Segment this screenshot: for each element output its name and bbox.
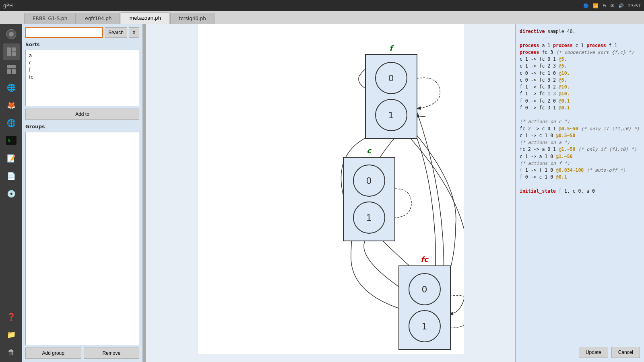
trash-icon-btn[interactable]: 🗑 (3, 343, 20, 360)
firefox-icon-btn[interactable]: 🦊 (3, 97, 20, 113)
groups-list (25, 132, 139, 345)
bottom-buttons: Add group Remove (25, 348, 139, 359)
tab-erbb[interactable]: ERBB_G1-S.ph (24, 13, 76, 24)
directive-keyword: directive (520, 29, 545, 34)
lang-indicator: Fr (603, 3, 607, 8)
terminal-icon-btn[interactable]: $_ (3, 132, 20, 149)
sort-item-fc[interactable]: fc (27, 74, 137, 81)
volume-icon: 🔊 (618, 3, 624, 8)
canvas-scroll[interactable]: f 0 1 c 0 1 fc 0 1 (146, 24, 515, 362)
panel-icon-btn[interactable] (3, 43, 20, 60)
remove-button[interactable]: Remove (84, 348, 140, 359)
settings-icon-btn[interactable] (3, 26, 20, 43)
add-group-button[interactable]: Add group (25, 348, 81, 359)
wifi-icon: 📶 (593, 3, 599, 8)
fc-node-box[interactable]: fc 0 1 (398, 265, 451, 350)
tab-metazoan[interactable]: metazoan.ph (121, 12, 169, 24)
code-footer: Update Cancel (520, 343, 640, 358)
search-button[interactable]: Search (105, 27, 127, 38)
c-node-label: c (367, 146, 371, 155)
fc1-circle[interactable]: 1 (409, 310, 441, 342)
left-panel: Search X Sorts a c f fc Add to Groups Ad… (22, 24, 143, 362)
process-kw-3: process (586, 43, 606, 48)
tab-egfr[interactable]: egfr104.ph (76, 13, 120, 24)
main-layout: 🌐 🦊 🌐 $_ 📝 📄 💿 ❓ 📁 🗑 Search X Sorts a c (0, 24, 644, 362)
svg-rect-5 (7, 65, 16, 68)
app-title: gPH (3, 3, 13, 8)
update-button[interactable]: Update (579, 347, 608, 358)
resize-handle[interactable] (143, 24, 146, 362)
svg-rect-2 (7, 47, 11, 56)
cancel-button[interactable]: Cancel (611, 347, 640, 358)
email-icon: ✉ (611, 3, 614, 8)
svg-rect-4 (12, 52, 16, 56)
sorts-label: Sorts (25, 42, 139, 47)
browser-icon-btn[interactable]: 🌐 (3, 114, 20, 131)
sorts-list: a c f fc (25, 50, 139, 106)
title-bar: gPH 🔵 📶 Fr ✉ 🔊 23:57 (0, 0, 644, 11)
panel2-icon-btn[interactable] (3, 61, 20, 78)
sort-item-c[interactable]: c (27, 59, 137, 66)
doc-icon-btn[interactable]: 📄 (3, 167, 20, 184)
process-kw-4: process (520, 49, 539, 55)
canvas-area[interactable]: f 0 1 c 0 1 fc 0 1 (146, 24, 515, 362)
fc0-circle[interactable]: 0 (409, 273, 441, 305)
editor-icon-btn[interactable]: 📝 (3, 150, 20, 167)
code-content: directive sample 40. process a 1 process… (520, 28, 640, 343)
svg-point-1 (9, 32, 14, 37)
svg-rect-3 (12, 47, 16, 51)
sort-item-f[interactable]: f (27, 66, 137, 74)
c0-circle[interactable]: 0 (353, 165, 385, 197)
search-row: Search X (25, 27, 139, 38)
sort-item-a[interactable]: a (27, 52, 137, 59)
fc-node-label: fc (421, 255, 428, 263)
svg-text:$_: $_ (8, 138, 14, 143)
folder-icon-btn[interactable]: 📁 (3, 326, 20, 343)
directive-text: sample 40. (545, 29, 575, 34)
groups-label: Groups (25, 124, 139, 130)
process-kw-1: process (520, 43, 539, 48)
f1-circle[interactable]: 1 (375, 99, 407, 131)
svg-rect-6 (7, 69, 11, 74)
search-input[interactable] (25, 27, 103, 38)
f-node-box[interactable]: f 0 1 (365, 54, 417, 139)
add-to-button[interactable]: Add to (25, 109, 139, 120)
bluetooth-icon: 🔵 (583, 3, 589, 8)
tab-bar: ERBB_G1-S.ph egfr104.ph metazoan.ph tcrs… (0, 11, 644, 24)
code-panel: directive sample 40. process a 1 process… (515, 24, 644, 362)
c1-circle[interactable]: 1 (353, 202, 385, 234)
clear-button[interactable]: X (129, 27, 139, 38)
icon-sidebar: 🌐 🦊 🌐 $_ 📝 📄 💿 ❓ 📁 🗑 (0, 24, 22, 362)
process-kw-2: process (553, 43, 572, 48)
tab-tcrsig[interactable]: tcrsig40.ph (170, 13, 215, 24)
initial-state-keyword: initial_state (520, 188, 556, 194)
c-node-box[interactable]: c 0 1 (343, 157, 395, 241)
clock: 23:57 (628, 3, 641, 8)
f0-circle[interactable]: 0 (375, 62, 407, 94)
svg-rect-7 (12, 69, 16, 74)
network-icon-btn[interactable]: 🌐 (3, 79, 20, 96)
help-icon-btn[interactable]: ❓ (3, 308, 20, 325)
f-node-label: f (390, 44, 393, 52)
disk-icon-btn[interactable]: 💿 (3, 185, 20, 202)
